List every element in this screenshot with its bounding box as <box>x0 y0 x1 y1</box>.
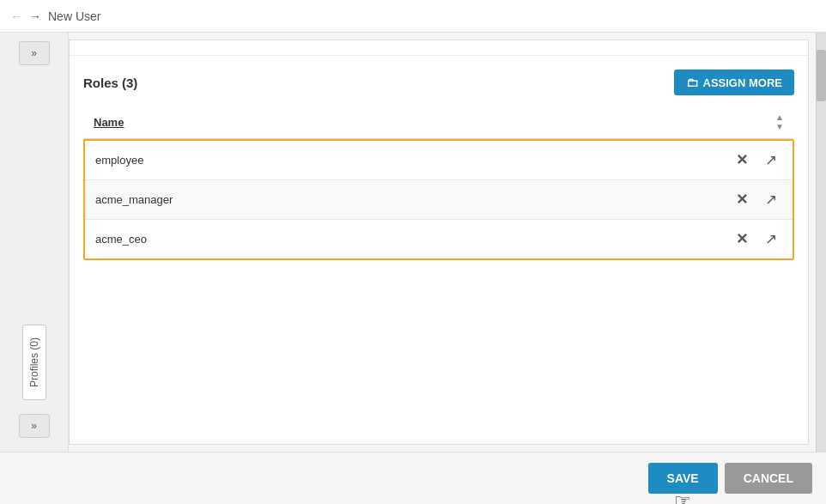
role-row-actions: ✕ ↗ <box>731 189 782 210</box>
scrollbar-track[interactable] <box>816 33 826 452</box>
table-column-header-row: Name ▲ ▼ <box>83 106 794 139</box>
role-row: acme_manager ✕ ↗ <box>85 180 793 220</box>
remove-icon: ✕ <box>736 230 748 248</box>
collapse-top-icon: » <box>31 47 37 59</box>
page-title: New User <box>48 9 100 23</box>
scrollbar-thumb[interactable] <box>817 50 826 101</box>
role-name-acme-manager: acme_manager <box>95 193 731 206</box>
assign-more-label: ASSIGN MORE <box>703 76 782 89</box>
role-row: acme_ceo ✕ ↗ <box>85 220 793 258</box>
open-role-acme-ceo-button[interactable]: ↗ <box>760 228 782 250</box>
main-panel: Roles (3) 🗀 ASSIGN MORE Name ▲ ▼ <box>69 39 809 445</box>
cancel-button[interactable]: CANCEL <box>725 463 812 494</box>
remove-icon: ✕ <box>736 191 748 209</box>
back-arrow[interactable]: ← <box>10 9 22 23</box>
footer: SAVE ☞ CANCEL <box>0 452 826 504</box>
sidebar-collapse-top[interactable]: » <box>19 41 50 65</box>
top-nav: ← → New User <box>0 0 826 33</box>
assign-folder-icon: 🗀 <box>686 76 698 89</box>
roles-list-container: employee ✕ ↗ acme_manager <box>83 139 794 260</box>
external-link-icon: ↗ <box>765 151 777 169</box>
remove-role-employee-button[interactable]: ✕ <box>731 149 753 171</box>
top-spacer <box>70 40 808 56</box>
sidebar-profiles-tab[interactable]: Profiles (0) <box>22 325 46 400</box>
external-link-icon: ↗ <box>765 230 777 248</box>
external-link-icon: ↗ <box>765 191 777 209</box>
role-row-actions: ✕ ↗ <box>731 228 782 250</box>
roles-section: Roles (3) 🗀 ASSIGN MORE Name ▲ ▼ <box>70 56 808 274</box>
forward-arrow[interactable]: → <box>29 9 41 23</box>
sort-down-arrow: ▼ <box>775 122 784 131</box>
open-role-employee-button[interactable]: ↗ <box>760 149 782 171</box>
sort-up-arrow: ▲ <box>775 112 784 122</box>
content-wrapper: » Profiles (0) » Roles (3) 🗀 ASSIGN MORE <box>0 33 826 452</box>
roles-header: Roles (3) 🗀 ASSIGN MORE <box>83 70 794 95</box>
remove-role-acme-manager-button[interactable]: ✕ <box>731 189 753 210</box>
role-row-actions: ✕ ↗ <box>731 149 782 171</box>
sidebar: » Profiles (0) » <box>0 33 69 452</box>
collapse-bottom-icon: » <box>31 420 37 432</box>
remove-icon: ✕ <box>736 151 748 169</box>
roles-title: Roles (3) <box>83 76 137 90</box>
name-column-header: Name <box>94 116 775 129</box>
assign-more-button[interactable]: 🗀 ASSIGN MORE <box>674 70 794 95</box>
main-area: » Profiles (0) » Roles (3) 🗀 ASSIGN MORE <box>0 33 826 504</box>
sidebar-collapse-bottom[interactable]: » <box>19 414 50 438</box>
save-btn-wrapper: SAVE ☞ <box>648 463 718 494</box>
sort-arrows[interactable]: ▲ ▼ <box>775 112 784 131</box>
role-name-acme-ceo: acme_ceo <box>95 233 731 246</box>
open-role-acme-manager-button[interactable]: ↗ <box>760 189 782 210</box>
role-row: employee ✕ ↗ <box>85 141 793 180</box>
remove-role-acme-ceo-button[interactable]: ✕ <box>731 228 753 250</box>
role-name-employee: employee <box>95 154 731 167</box>
save-button[interactable]: SAVE <box>648 463 718 494</box>
